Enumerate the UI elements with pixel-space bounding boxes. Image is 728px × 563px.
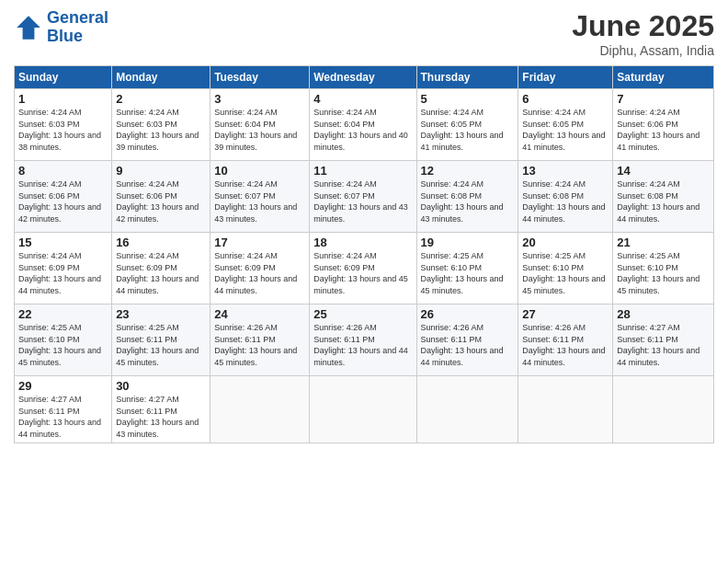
table-cell: 11 Sunrise: 4:24 AMSunset: 6:07 PMDaylig… — [310, 161, 416, 233]
logo-icon — [14, 13, 43, 42]
table-cell: 8 Sunrise: 4:24 AMSunset: 6:06 PMDayligh… — [15, 161, 112, 233]
cell-info: Sunrise: 4:24 AMSunset: 6:09 PMDaylight:… — [116, 251, 199, 295]
table-cell: 16 Sunrise: 4:24 AMSunset: 6:09 PMDaylig… — [112, 233, 210, 304]
cell-info: Sunrise: 4:24 AMSunset: 6:05 PMDaylight:… — [421, 108, 504, 152]
table-cell: 15 Sunrise: 4:24 AMSunset: 6:09 PMDaylig… — [15, 233, 112, 304]
table-cell: 27 Sunrise: 4:26 AMSunset: 6:11 PMDaylig… — [518, 304, 613, 376]
cell-info: Sunrise: 4:25 AMSunset: 6:10 PMDaylight:… — [522, 251, 605, 295]
day-number: 6 — [522, 92, 609, 106]
cell-info: Sunrise: 4:24 AMSunset: 6:05 PMDaylight:… — [522, 108, 605, 152]
cell-info: Sunrise: 4:26 AMSunset: 6:11 PMDaylight:… — [522, 323, 605, 367]
cell-info: Sunrise: 4:24 AMSunset: 6:03 PMDaylight:… — [116, 108, 199, 152]
cell-info: Sunrise: 4:24 AMSunset: 6:07 PMDaylight:… — [214, 179, 297, 224]
table-cell: 5 Sunrise: 4:24 AMSunset: 6:05 PMDayligh… — [416, 89, 518, 161]
table-cell: 7 Sunrise: 4:24 AMSunset: 6:06 PMDayligh… — [613, 89, 714, 161]
cell-info: Sunrise: 4:24 AMSunset: 6:06 PMDaylight:… — [18, 179, 101, 224]
table-cell: 19 Sunrise: 4:25 AMSunset: 6:10 PMDaylig… — [416, 233, 518, 304]
day-number: 4 — [313, 92, 412, 106]
cell-info: Sunrise: 4:24 AMSunset: 6:08 PMDaylight:… — [522, 179, 605, 224]
header-wednesday: Wednesday — [310, 66, 416, 89]
table-cell: 9 Sunrise: 4:24 AMSunset: 6:06 PMDayligh… — [112, 161, 210, 233]
cell-info: Sunrise: 4:24 AMSunset: 6:06 PMDaylight:… — [617, 108, 700, 152]
table-cell: 14 Sunrise: 4:24 AMSunset: 6:08 PMDaylig… — [613, 161, 714, 233]
day-number: 22 — [18, 307, 108, 321]
header: General Blue June 2025 Diphu, Assam, Ind… — [14, 9, 714, 58]
cell-info: Sunrise: 4:24 AMSunset: 6:03 PMDaylight:… — [18, 108, 101, 152]
cell-info: Sunrise: 4:24 AMSunset: 6:08 PMDaylight:… — [617, 179, 700, 224]
header-friday: Friday — [518, 66, 613, 89]
header-sunday: Sunday — [15, 66, 112, 89]
header-monday: Monday — [112, 66, 210, 89]
table-cell: 4 Sunrise: 4:24 AMSunset: 6:04 PMDayligh… — [310, 89, 416, 161]
cell-info: Sunrise: 4:27 AMSunset: 6:11 PMDaylight:… — [116, 395, 199, 439]
table-cell: 17 Sunrise: 4:24 AMSunset: 6:09 PMDaylig… — [210, 233, 310, 304]
day-number: 29 — [18, 379, 108, 393]
cell-info: Sunrise: 4:27 AMSunset: 6:11 PMDaylight:… — [617, 323, 700, 367]
cell-info: Sunrise: 4:24 AMSunset: 6:09 PMDaylight:… — [214, 251, 297, 295]
table-cell: 24 Sunrise: 4:26 AMSunset: 6:11 PMDaylig… — [210, 304, 310, 376]
table-cell: 22 Sunrise: 4:25 AMSunset: 6:10 PMDaylig… — [15, 304, 112, 376]
header-thursday: Thursday — [416, 66, 518, 89]
logo-general: General — [47, 8, 108, 27]
cell-info: Sunrise: 4:26 AMSunset: 6:11 PMDaylight:… — [214, 323, 297, 367]
day-number: 27 — [522, 307, 609, 321]
table-cell: 30 Sunrise: 4:27 AMSunset: 6:11 PMDaylig… — [112, 376, 210, 443]
table-cell: 18 Sunrise: 4:24 AMSunset: 6:09 PMDaylig… — [310, 233, 416, 304]
day-number: 3 — [214, 92, 305, 106]
header-saturday: Saturday — [613, 66, 714, 89]
day-number: 12 — [421, 164, 515, 178]
calendar-table: Sunday Monday Tuesday Wednesday Thursday… — [14, 65, 714, 443]
calendar-page: General Blue June 2025 Diphu, Assam, Ind… — [0, 0, 728, 563]
logo-blue: Blue — [47, 27, 83, 45]
day-number: 8 — [18, 164, 108, 178]
table-cell — [518, 376, 613, 443]
day-number: 20 — [522, 236, 609, 249]
table-cell: 26 Sunrise: 4:26 AMSunset: 6:11 PMDaylig… — [416, 304, 518, 376]
table-cell — [613, 376, 714, 443]
day-number: 2 — [116, 92, 206, 106]
table-cell: 1 Sunrise: 4:24 AMSunset: 6:03 PMDayligh… — [15, 89, 112, 161]
day-number: 24 — [214, 307, 305, 321]
day-number: 7 — [617, 92, 710, 106]
table-cell: 20 Sunrise: 4:25 AMSunset: 6:10 PMDaylig… — [518, 233, 613, 304]
day-number: 13 — [522, 164, 609, 178]
table-cell: 2 Sunrise: 4:24 AMSunset: 6:03 PMDayligh… — [112, 89, 210, 161]
calendar-subtitle: Diphu, Assam, India — [572, 43, 714, 58]
cell-info: Sunrise: 4:24 AMSunset: 6:04 PMDaylight:… — [214, 108, 297, 152]
cell-info: Sunrise: 4:25 AMSunset: 6:10 PMDaylight:… — [617, 251, 700, 295]
day-number: 19 — [421, 236, 515, 249]
day-number: 17 — [214, 236, 305, 249]
logo: General Blue — [14, 9, 108, 46]
cell-info: Sunrise: 4:24 AMSunset: 6:09 PMDaylight:… — [18, 251, 101, 295]
day-number: 23 — [116, 307, 206, 321]
header-tuesday: Tuesday — [210, 66, 310, 89]
day-number: 14 — [617, 164, 710, 178]
table-cell — [416, 376, 518, 443]
calendar-title: June 2025 — [572, 9, 714, 43]
day-number: 25 — [313, 307, 412, 321]
cell-info: Sunrise: 4:26 AMSunset: 6:11 PMDaylight:… — [313, 323, 408, 367]
table-cell: 6 Sunrise: 4:24 AMSunset: 6:05 PMDayligh… — [518, 89, 613, 161]
day-number: 11 — [313, 164, 412, 178]
table-cell: 10 Sunrise: 4:24 AMSunset: 6:07 PMDaylig… — [210, 161, 310, 233]
logo-text: General Blue — [47, 9, 108, 46]
cell-info: Sunrise: 4:27 AMSunset: 6:11 PMDaylight:… — [18, 395, 101, 439]
cell-info: Sunrise: 4:24 AMSunset: 6:04 PMDaylight:… — [313, 108, 408, 152]
day-number: 28 — [617, 307, 710, 321]
table-cell — [310, 376, 416, 443]
table-cell: 25 Sunrise: 4:26 AMSunset: 6:11 PMDaylig… — [310, 304, 416, 376]
svg-marker-0 — [17, 16, 40, 40]
cell-info: Sunrise: 4:25 AMSunset: 6:11 PMDaylight:… — [116, 323, 199, 367]
table-cell: 23 Sunrise: 4:25 AMSunset: 6:11 PMDaylig… — [112, 304, 210, 376]
day-number: 18 — [313, 236, 412, 249]
table-cell: 29 Sunrise: 4:27 AMSunset: 6:11 PMDaylig… — [15, 376, 112, 443]
cell-info: Sunrise: 4:25 AMSunset: 6:10 PMDaylight:… — [421, 251, 504, 295]
cell-info: Sunrise: 4:24 AMSunset: 6:07 PMDaylight:… — [313, 179, 408, 224]
day-number: 30 — [116, 379, 206, 393]
day-number: 26 — [421, 307, 515, 321]
table-cell: 12 Sunrise: 4:24 AMSunset: 6:08 PMDaylig… — [416, 161, 518, 233]
table-cell: 3 Sunrise: 4:24 AMSunset: 6:04 PMDayligh… — [210, 89, 310, 161]
cell-info: Sunrise: 4:25 AMSunset: 6:10 PMDaylight:… — [18, 323, 101, 367]
weekday-header-row: Sunday Monday Tuesday Wednesday Thursday… — [15, 66, 714, 89]
table-cell: 21 Sunrise: 4:25 AMSunset: 6:10 PMDaylig… — [613, 233, 714, 304]
